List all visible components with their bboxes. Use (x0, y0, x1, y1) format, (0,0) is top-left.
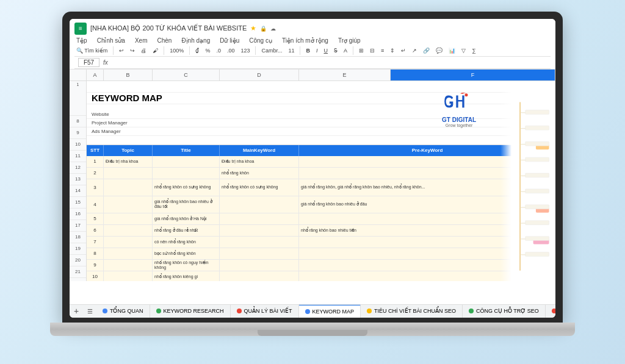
link-btn[interactable]: 🔗 (421, 47, 432, 54)
comment-btn[interactable]: 💬 (434, 47, 444, 54)
cell-2-title[interactable] (153, 168, 220, 179)
cell-5-stt[interactable]: 5 (87, 213, 104, 224)
cell-8-main[interactable] (220, 248, 299, 259)
menu-view[interactable]: Xem (133, 37, 150, 45)
menu-extensions[interactable]: Tiện ích mở rộng (280, 37, 330, 45)
tab-quan-ly-bai-viet[interactable]: QUẢN LÝ BÀI VIẾT (231, 304, 299, 318)
cell-5-main[interactable] (220, 213, 299, 224)
cell-9-main[interactable] (220, 260, 299, 271)
cell-1-title[interactable] (153, 156, 220, 167)
cell-7-main[interactable] (220, 237, 299, 248)
cell-4-topic[interactable] (104, 196, 153, 213)
col-header-a[interactable]: A (87, 70, 104, 80)
cell-10-topic[interactable] (104, 271, 153, 281)
cell-9-topic[interactable] (104, 260, 153, 271)
tab-keyword-research[interactable]: KEYWORD RESEARCH (150, 304, 231, 318)
menu-help[interactable]: Trợ giúp (336, 37, 363, 45)
underline-btn[interactable]: U (322, 47, 330, 54)
cell-10-main[interactable] (220, 271, 299, 281)
merge-btn[interactable]: ⊟ (368, 47, 377, 54)
valign-btn[interactable]: ⇕ (388, 47, 397, 54)
cell-7-title[interactable]: có nên nhổ răng khôn (153, 237, 220, 248)
cell-10-title[interactable]: nhổ răng khôn kiêng gì (153, 271, 220, 281)
cell-8-stt[interactable]: 8 (87, 248, 104, 259)
cell-9-stt[interactable]: 9 (87, 260, 104, 271)
italic-btn[interactable]: I (314, 47, 320, 54)
wrap-btn[interactable]: ↵ (399, 47, 408, 54)
cell-3-pre[interactable]: giá nhổ răng khôn, giá nhổ răng khôn bao… (299, 179, 555, 196)
col-header-e[interactable]: E (299, 70, 391, 80)
chart-btn[interactable]: 📊 (447, 47, 457, 54)
tab-tieu-chi[interactable]: TIÊU CHÍ VIẾT BÀI CHUẨN SEO (361, 304, 463, 318)
format-paint-btn[interactable]: 🖌 (151, 47, 160, 54)
col-header-b[interactable]: B (104, 70, 153, 80)
print-btn[interactable]: 🖨 (139, 47, 148, 54)
cell-7-pre[interactable] (299, 237, 555, 248)
cell-2-stt[interactable]: 2 (87, 168, 104, 179)
cell-5-pre[interactable] (299, 213, 555, 224)
percent-btn[interactable]: % (203, 47, 212, 54)
cell-5-title[interactable]: giá nhổ răng khôn ở Hà Nội (153, 213, 220, 224)
menu-tools[interactable]: Công cụ (247, 37, 274, 45)
cell-3-title[interactable]: nhổ răng khôn có sưng không (153, 179, 220, 196)
menu-data[interactable]: Dữ liệu (218, 37, 241, 45)
cell-3-stt[interactable]: 3 (87, 179, 104, 196)
font-size-select[interactable]: 11 (286, 47, 296, 54)
font-select[interactable]: Cambr... (259, 47, 284, 54)
cell-6-title[interactable]: nhổ răng ở đâu rẻ nhất (153, 225, 220, 236)
cell-5-topic[interactable] (104, 213, 153, 224)
cell-6-stt[interactable]: 6 (87, 225, 104, 236)
cell-4-title[interactable]: giá nhổ răng khôn bao nhiêu ở đâu tốt (153, 196, 220, 213)
cell-4-main[interactable] (220, 196, 299, 213)
menu-file[interactable]: Tệp (74, 37, 89, 45)
format-num-btn[interactable]: 123 (239, 47, 251, 54)
border-btn[interactable]: ⊞ (357, 47, 366, 54)
cell-4-pre[interactable]: giá nhổ răng khôn bao nhiêu ở đâu (299, 196, 555, 213)
cell-1-topic[interactable]: Điều trị nha khoa (104, 156, 153, 167)
menu-format[interactable]: Định dạng (179, 37, 212, 45)
tab-tong-quan[interactable]: TỔNG QUAN (96, 304, 150, 318)
rotate-btn[interactable]: ↗ (410, 47, 419, 54)
add-sheet-btn[interactable]: + (70, 304, 83, 318)
cell-1-pre[interactable] (299, 156, 555, 167)
cell-10-stt[interactable]: 10 (87, 271, 104, 281)
tab-cong-cu[interactable]: CÔNG CỤ HỖ TRỢ SEO (463, 304, 546, 318)
cell-3-main[interactable]: nhổ răng khôn có sưng không (220, 179, 299, 196)
cell-6-topic[interactable] (104, 225, 153, 236)
cell-2-main[interactable]: nhổ răng khôn (220, 168, 299, 179)
cell-8-title[interactable]: bọc sứ nhổ răng khôn (153, 248, 220, 259)
cell-6-pre[interactable]: nhổ răng khôn bao nhiêu tiền (299, 225, 555, 236)
align-btn[interactable]: ≡ (379, 47, 386, 54)
tab-keyword-map[interactable]: KEYWORD MAP (299, 304, 361, 318)
menu-insert[interactable]: Chèn (155, 37, 173, 45)
cell-3-topic[interactable] (104, 179, 153, 196)
text-color-btn[interactable]: A (342, 47, 349, 54)
cell-2-pre[interactable] (299, 168, 555, 179)
col-header-c[interactable]: C (153, 70, 220, 80)
zoom-select[interactable]: 100% (168, 47, 186, 54)
cell-9-title[interactable]: nhổ răng khôn có nguy hiểm không (153, 260, 220, 271)
col-header-f[interactable]: F (391, 70, 555, 80)
redo-btn[interactable]: ↪ (128, 47, 137, 54)
cell-1-main[interactable]: Điều trị nha khoa (220, 156, 299, 167)
cell-1-stt[interactable]: 1 (87, 156, 104, 167)
menu-edit[interactable]: Chỉnh sửa (95, 37, 127, 45)
cell-10-pre[interactable] (299, 271, 555, 281)
currency-btn[interactable]: ₫ (193, 47, 201, 54)
cell-9-pre[interactable] (299, 260, 555, 271)
decimal2-btn[interactable]: .00 (225, 47, 237, 54)
cell-2-topic[interactable] (104, 168, 153, 179)
cell-7-stt[interactable]: 7 (87, 237, 104, 248)
bold-btn[interactable]: B (304, 47, 312, 54)
col-header-d[interactable]: D (220, 70, 299, 80)
cell-7-topic[interactable] (104, 237, 153, 248)
strikethrough-btn[interactable]: S̶ (332, 47, 339, 54)
cell-4-stt[interactable]: 4 (87, 196, 104, 213)
undo-btn[interactable]: ↩ (117, 47, 126, 54)
cell-6-main[interactable] (220, 225, 299, 236)
decimal-btn[interactable]: .0 (214, 47, 223, 54)
cell-8-topic[interactable] (104, 248, 153, 259)
function-btn[interactable]: ∑ (470, 47, 477, 54)
sheet-menu-btn[interactable]: ☰ (83, 304, 96, 318)
filter-btn[interactable]: ▽ (460, 47, 468, 54)
